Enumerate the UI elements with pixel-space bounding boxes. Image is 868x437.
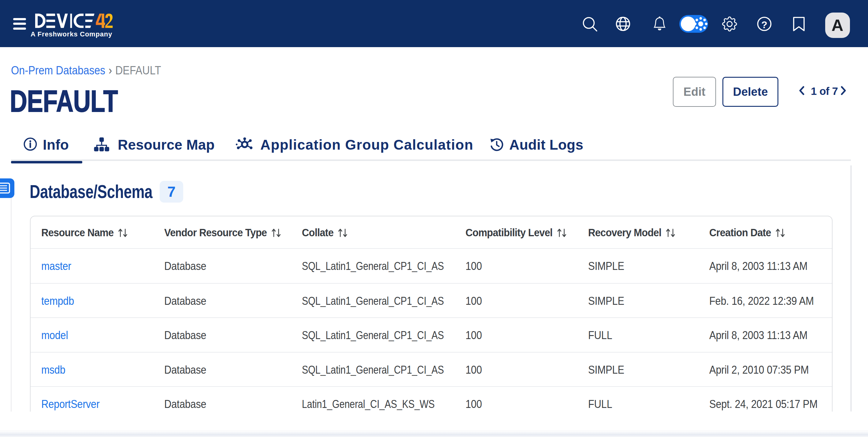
svg-text:?: ? [761, 19, 767, 30]
svg-text:A: A [832, 16, 843, 34]
